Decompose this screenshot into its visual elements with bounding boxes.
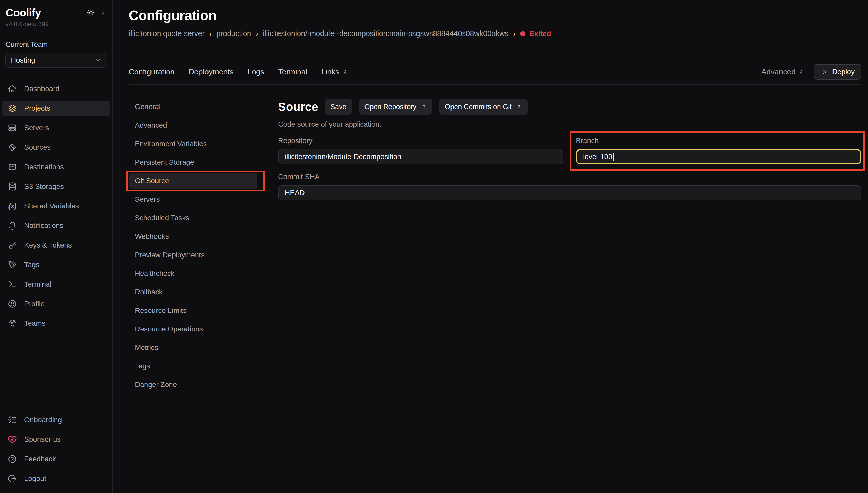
coolify-app: Coolify v4.0.0-beta.399 Current Team Hos… (0, 0, 868, 493)
branch-field: Branch level-100 (576, 137, 861, 165)
subnav-item-general[interactable]: General (129, 99, 257, 114)
section-description: Code source of your application. (278, 120, 861, 128)
subnav-item-healthcheck[interactable]: Healthcheck (129, 266, 257, 281)
main-content: Configuration illicitonion quote server … (113, 0, 868, 493)
tab-links-label: Links (321, 67, 339, 76)
sidebar-item-label: Notifications (24, 221, 64, 230)
branch-input[interactable]: level-100 (576, 149, 861, 165)
sidebar-item-logout[interactable]: Logout (2, 471, 110, 486)
sidebar-item-destinations[interactable]: Destinations (2, 159, 110, 175)
tab-configuration[interactable]: Configuration (129, 67, 174, 76)
open-repository-button[interactable]: Open Repository (359, 99, 433, 114)
sidebar-item-dashboard[interactable]: Dashboard (2, 81, 110, 97)
sidebar-item-profile[interactable]: Profile (2, 296, 110, 312)
sidebar-item-label: Servers (24, 124, 49, 132)
subnav-item-resource-operations[interactable]: Resource Operations (129, 321, 257, 337)
breadcrumb-project[interactable]: illicitonion quote server (129, 29, 205, 38)
subnav-item-scheduled-tasks[interactable]: Scheduled Tasks (129, 210, 257, 226)
subnav-item-preview-deployments[interactable]: Preview Deployments (129, 247, 257, 263)
commit-sha-input[interactable]: HEAD (278, 185, 861, 200)
external-link-icon (421, 104, 427, 110)
tab-links[interactable]: Links (321, 67, 348, 76)
checklist-icon (7, 415, 18, 425)
git-icon (7, 142, 18, 153)
tab-logs[interactable]: Logs (248, 67, 264, 76)
subnav-item-rollback[interactable]: Rollback (129, 284, 257, 300)
terminal-icon (7, 279, 18, 290)
subnav-item-webhooks[interactable]: Webhooks (129, 229, 257, 244)
subnav-item-persistent-storage[interactable]: Persistent Storage (129, 155, 257, 170)
sidebar-item-terminal[interactable]: Terminal (2, 277, 110, 292)
sidebar-item-label: Teams (24, 319, 45, 327)
advanced-dropdown[interactable]: Advanced (761, 67, 804, 76)
subnav-item-metrics[interactable]: Metrics (129, 340, 257, 355)
chevrons-up-down-icon[interactable] (99, 9, 106, 16)
home-icon (7, 84, 18, 94)
save-button[interactable]: Save (325, 99, 352, 114)
breadcrumb-environment[interactable]: production (216, 29, 251, 38)
subnav-item-servers[interactable]: Servers (129, 192, 257, 207)
subnav-item-resource-limits[interactable]: Resource Limits (129, 303, 257, 318)
sidebar-item-onboarding[interactable]: Onboarding (2, 412, 110, 428)
sidebar-item-label: Feedback (24, 455, 56, 463)
sidebar-item-label: Shared Variables (24, 202, 79, 210)
sidebar-item-sponsor-us[interactable]: Sponsor us (2, 432, 110, 447)
tabs-row: Configuration Deployments Logs Terminal … (129, 64, 861, 80)
status-dot-icon (520, 31, 525, 36)
breadcrumb-resource[interactable]: illicitestonion/-module--decomposition:m… (263, 29, 508, 38)
open-commits-label: Open Commits on Git (445, 103, 512, 111)
logout-icon (7, 473, 18, 484)
breadcrumb-separator: › (513, 29, 515, 38)
sidebar-nav: Dashboard Projects Servers Sources Desti… (0, 81, 112, 331)
sidebar-item-tags[interactable]: Tags (2, 257, 110, 273)
logo-row: Coolify (0, 0, 112, 19)
sidebar-item-servers[interactable]: Servers (2, 120, 110, 135)
sidebar-item-keys-tokens[interactable]: Keys & Tokens (2, 237, 110, 253)
variables-icon: (x) (7, 201, 18, 211)
sidebar-item-feedback[interactable]: Feedback (2, 451, 110, 467)
advanced-label: Advanced (761, 67, 796, 76)
sidebar-item-teams[interactable]: Teams (2, 316, 110, 331)
tab-terminal[interactable]: Terminal (278, 67, 308, 76)
subnav-item-git-source[interactable]: Git Source (129, 173, 257, 189)
sidebar-item-shared-variables[interactable]: (x) Shared Variables (2, 198, 110, 214)
page-title: Configuration (129, 7, 861, 23)
sidebar-item-sources[interactable]: Sources (2, 140, 110, 155)
sidebar-item-label: Dashboard (24, 85, 60, 93)
subnav-item-environment-variables[interactable]: Environment Variables (129, 136, 257, 152)
team-select[interactable]: Hosting (5, 53, 107, 68)
branch-label: Branch (576, 137, 861, 145)
subnav-item-tags[interactable]: Tags (129, 359, 257, 374)
subnav-item-label: Git Source (135, 177, 169, 185)
sidebar-item-projects[interactable]: Projects (2, 101, 110, 116)
breadcrumb-separator: › (209, 29, 212, 38)
layers-icon (7, 103, 18, 113)
sidebar-item-s3-storages[interactable]: S3 Storages (2, 179, 110, 194)
git-source-panel: Source Save Open Repository Open Commits… (278, 99, 861, 493)
sidebar-item-label: Terminal (24, 280, 51, 288)
help-circle-icon (7, 454, 18, 464)
users-icon (7, 318, 18, 328)
section-title: Source (278, 100, 318, 114)
sidebar-item-notifications[interactable]: Notifications (2, 218, 110, 233)
app-version: v4.0.0-beta.399 (0, 19, 112, 28)
repository-label: Repository (278, 137, 564, 145)
heart-hands-icon (7, 434, 18, 445)
repository-input[interactable]: illicitestonion/Module-Decomposition (278, 149, 564, 165)
breadcrumb: illicitonion quote server › production ›… (129, 29, 861, 38)
sidebar-item-label: Tags (24, 261, 39, 269)
open-commits-button[interactable]: Open Commits on Git (439, 99, 528, 114)
deploy-button[interactable]: Deploy (814, 64, 861, 80)
tabs: Configuration Deployments Logs Terminal … (129, 67, 348, 76)
config-subnav: General Advanced Environment Variables P… (129, 99, 257, 493)
chevron-down-icon (95, 57, 101, 64)
subnav-item-danger-zone[interactable]: Danger Zone (129, 377, 257, 392)
chevrons-up-down-icon (798, 69, 804, 75)
sidebar-item-label: Logout (24, 474, 46, 483)
status-badge: Exited (520, 29, 551, 38)
sidebar-item-label: Keys & Tokens (24, 241, 72, 249)
tab-deployments[interactable]: Deployments (188, 67, 233, 76)
subnav-item-advanced[interactable]: Advanced (129, 117, 257, 133)
repository-value: illicitestonion/Module-Decomposition (285, 153, 401, 161)
sun-icon[interactable] (86, 8, 95, 17)
